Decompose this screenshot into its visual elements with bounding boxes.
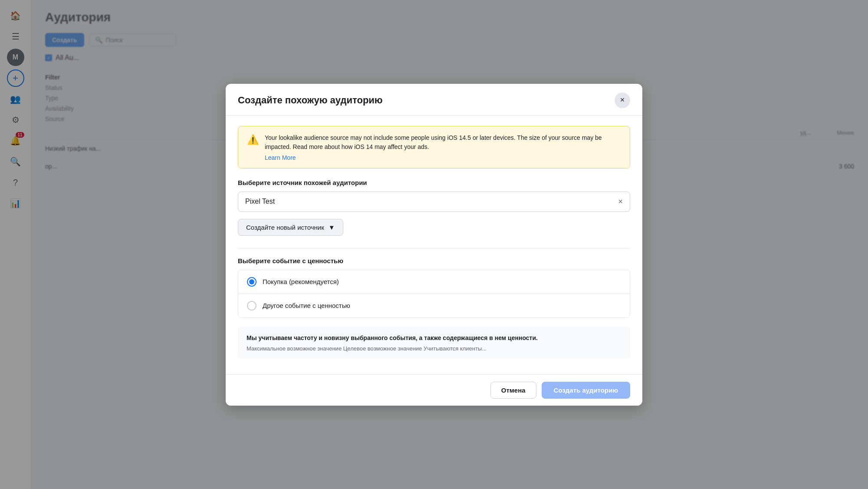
dropdown-icon: ▼ xyxy=(329,224,335,231)
modal-body: ⚠️ Your lookalike audience source may no… xyxy=(226,116,642,374)
event-section-label: Выберите событие с ценностью xyxy=(238,257,630,264)
radio-label-purchase: Покупка (рекомендуется) xyxy=(263,278,339,285)
learn-more-link[interactable]: Learn More xyxy=(265,154,621,161)
create-source-button[interactable]: Создайте новый источник ▼ xyxy=(238,219,343,236)
source-input-value: Pixel Test xyxy=(245,198,618,205)
info-box-bold-text: Мы учитываем частоту и новизну выбранног… xyxy=(247,334,621,343)
warning-icon: ⚠️ xyxy=(247,134,259,161)
cancel-button[interactable]: Отмена xyxy=(490,382,536,399)
warning-text: Your lookalike audience source may not i… xyxy=(265,133,621,152)
warning-content: Your lookalike audience source may not i… xyxy=(265,133,621,161)
info-box-subtext: Максимальное возможное значение Целевое … xyxy=(247,345,621,352)
modal-footer: Отмена Создать аудиторию xyxy=(226,374,642,406)
warning-banner: ⚠️ Your lookalike audience source may no… xyxy=(238,126,630,169)
radio-circle-other xyxy=(247,301,256,311)
radio-label-other: Другое событие с ценностью xyxy=(263,302,350,309)
radio-circle-purchase xyxy=(247,277,256,287)
event-radio-group: Покупка (рекомендуется) Другое событие с… xyxy=(238,270,630,318)
source-clear-icon: × xyxy=(618,197,623,206)
section-divider xyxy=(238,248,630,248)
create-source-label: Создайте новый источник xyxy=(246,224,324,231)
modal-overlay: Создайте похожую аудиторию × ⚠️ Your loo… xyxy=(0,0,868,489)
modal-header: Создайте похожую аудиторию × xyxy=(226,84,642,116)
modal-dialog: Создайте похожую аудиторию × ⚠️ Your loo… xyxy=(226,84,642,406)
source-clear-button[interactable]: × xyxy=(618,197,623,206)
radio-option-other[interactable]: Другое событие с ценностью xyxy=(238,294,630,317)
source-section-label: Выберите источник похожей аудитории xyxy=(238,179,630,186)
radio-option-purchase[interactable]: Покупка (рекомендуется) xyxy=(238,270,630,294)
source-input-row[interactable]: Pixel Test × xyxy=(238,192,630,212)
submit-button[interactable]: Создать аудиторию xyxy=(542,382,630,399)
modal-close-button[interactable]: × xyxy=(615,93,630,108)
info-box: Мы учитываем частоту и новизну выбранног… xyxy=(238,327,630,359)
modal-title: Создайте похожую аудиторию xyxy=(238,95,383,106)
